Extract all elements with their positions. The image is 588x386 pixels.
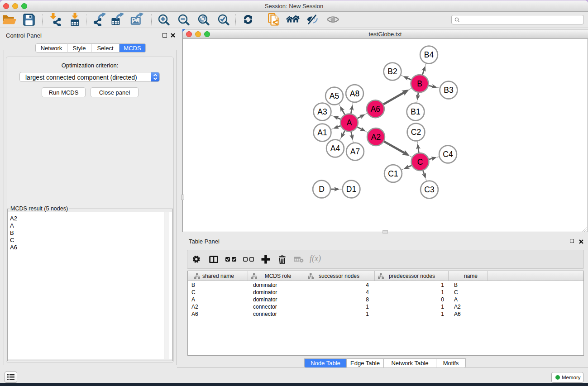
- svg-text:B1: B1: [411, 107, 420, 116]
- svg-text:A7: A7: [350, 147, 360, 156]
- svg-text:C3: C3: [424, 185, 434, 194]
- svg-text:D: D: [319, 185, 325, 194]
- svg-text:A3: A3: [317, 107, 327, 116]
- svg-text:A8: A8: [350, 89, 359, 98]
- svg-text:C2: C2: [411, 128, 421, 137]
- svg-text:A5: A5: [330, 91, 339, 100]
- svg-text:C: C: [417, 157, 423, 167]
- svg-text:A6: A6: [371, 105, 380, 114]
- svg-text:B2: B2: [387, 67, 397, 76]
- svg-text:C4: C4: [443, 150, 453, 159]
- svg-text:A1: A1: [317, 128, 327, 137]
- svg-text:A: A: [347, 118, 352, 127]
- svg-text:B: B: [417, 79, 422, 88]
- svg-text:A2: A2: [371, 133, 381, 142]
- svg-text:D1: D1: [346, 185, 356, 194]
- svg-text:A4: A4: [330, 144, 340, 153]
- svg-text:C1: C1: [388, 169, 398, 178]
- svg-text:B4: B4: [424, 50, 434, 59]
- svg-text:B3: B3: [444, 86, 453, 95]
